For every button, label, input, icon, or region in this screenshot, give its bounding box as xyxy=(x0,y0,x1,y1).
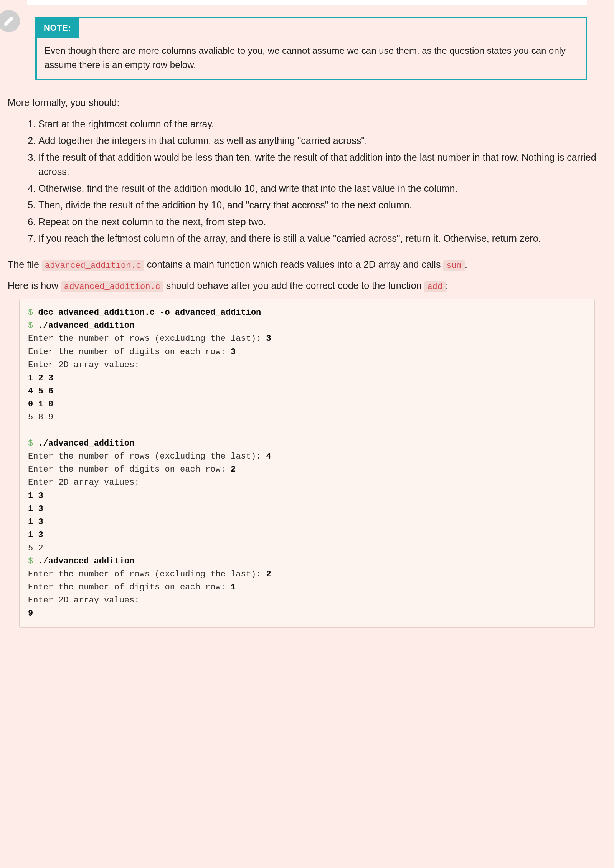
output-line: Enter the number of rows (excluding the … xyxy=(28,452,266,461)
output-line: Enter the number of rows (excluding the … xyxy=(28,569,266,579)
output-line: 5 2 xyxy=(28,543,43,553)
text: Here is how xyxy=(8,280,61,291)
file-sentence: The file advanced_addition.c contains a … xyxy=(8,257,599,272)
user-input: 4 5 6 xyxy=(28,386,53,396)
text: : xyxy=(446,280,448,291)
step-item: If the result of that addition would be … xyxy=(38,150,599,179)
note-body: Even though there are more columns avali… xyxy=(37,38,586,79)
user-input: 1 2 3 xyxy=(28,373,53,383)
user-input: 3 xyxy=(231,347,236,357)
step-item: Start at the rightmost column of the arr… xyxy=(38,117,599,132)
user-input: 3 xyxy=(266,334,271,343)
step-item: Repeat on the next column to the next, f… xyxy=(38,215,599,229)
output-line: Enter 2D array values: xyxy=(28,478,139,487)
user-input: 1 3 xyxy=(28,517,43,527)
text: The file xyxy=(8,259,42,270)
user-input: 2 xyxy=(266,569,271,579)
output-line: 5 8 9 xyxy=(28,413,53,422)
user-input: 4 xyxy=(266,452,271,461)
prompt: $ xyxy=(28,556,33,566)
text: . xyxy=(465,259,467,270)
user-input: 1 xyxy=(231,583,236,592)
cmd: ./advanced_addition xyxy=(38,321,134,330)
text: should behave after you add the correct … xyxy=(166,280,424,291)
terminal-block: $ dcc advanced_addition.c -o advanced_ad… xyxy=(19,299,595,627)
user-input: 9 xyxy=(28,609,33,618)
pencil-icon xyxy=(3,16,14,26)
user-input: 1 3 xyxy=(28,491,43,501)
top-strip xyxy=(27,0,587,5)
behave-sentence: Here is how advanced_addition.c should b… xyxy=(8,278,599,294)
output-line: Enter the number of rows (excluding the … xyxy=(28,334,266,343)
cmd: ./advanced_addition xyxy=(38,556,134,566)
output-line: Enter 2D array values: xyxy=(28,360,139,370)
text: contains a main function which reads val… xyxy=(147,259,444,270)
user-input: 1 3 xyxy=(28,504,43,514)
output-line: Enter the number of digits on each row: xyxy=(28,347,231,357)
prompt: $ xyxy=(28,439,33,448)
user-input: 0 1 0 xyxy=(28,399,53,409)
user-input: 1 3 xyxy=(28,530,43,540)
output-line: Enter the number of digits on each row: xyxy=(28,583,231,592)
inline-code-filename: advanced_addition.c xyxy=(61,281,163,292)
cmd: ./advanced_addition xyxy=(38,439,134,448)
step-item: Otherwise, find the result of the additi… xyxy=(38,182,599,196)
note-title: NOTE: xyxy=(37,18,79,38)
output-line: Enter the number of digits on each row: xyxy=(28,465,231,474)
cmd: dcc advanced_addition.c -o advanced_addi… xyxy=(38,308,261,317)
note-callout: NOTE: Even though there are more columns… xyxy=(35,17,587,80)
inline-code-function: add xyxy=(424,281,446,292)
steps-list: Start at the rightmost column of the arr… xyxy=(23,117,599,246)
step-item: If you reach the leftmost column of the … xyxy=(38,231,599,246)
inline-code-filename: advanced_addition.c xyxy=(42,260,144,271)
step-item: Then, divide the result of the addition … xyxy=(38,198,599,213)
output-line: Enter 2D array values: xyxy=(28,596,139,605)
user-input: 2 xyxy=(231,465,236,474)
prompt: $ xyxy=(28,308,33,317)
step-item: Add together the integers in that column… xyxy=(38,134,599,148)
intro-text: More formally, you should: xyxy=(8,96,599,110)
inline-code-function: sum xyxy=(443,260,465,271)
prompt: $ xyxy=(28,321,33,330)
